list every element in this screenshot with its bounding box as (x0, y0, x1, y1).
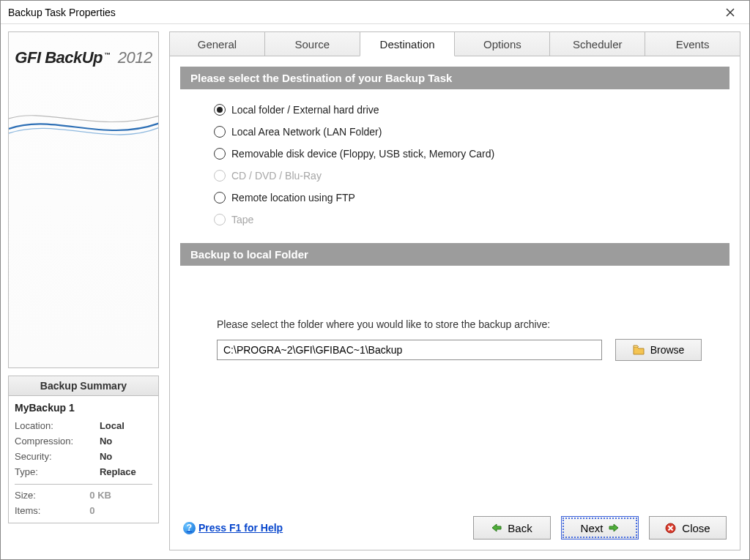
summary-table: Location:Local Compression:No Security:N… (15, 418, 152, 479)
window-title: Backup Task Properties (8, 7, 716, 18)
titlebar: Backup Task Properties (1, 1, 749, 24)
footer-bar: ? Press F1 for Help Back Next (170, 507, 740, 540)
folder-prompt: Please select the folder where you would… (217, 318, 729, 330)
browse-label: Browse (650, 344, 685, 356)
folder-path-input[interactable] (217, 340, 602, 360)
brand-year: 2012 (118, 48, 152, 67)
arrow-left-icon (491, 523, 502, 532)
summary-body: MyBackup 1 Location:Local Compression:No… (8, 396, 159, 523)
dialog-body: GFI BackUp™ 2012 Backup Summary MyBackup… (1, 24, 749, 559)
folder-row: Browse (217, 339, 702, 361)
summary-table-2: Size:0 KB Items:0 (15, 488, 152, 518)
radio-lan-folder[interactable]: Local Area Network (LAN Folder) (214, 126, 729, 138)
radio-icon (214, 126, 226, 138)
tab-source[interactable]: Source (264, 31, 360, 56)
radio-label: Removable disk device (Floppy, USB stick… (231, 148, 494, 160)
brand-name-bold: GFI (15, 48, 40, 67)
help-link[interactable]: ? Press F1 for Help (183, 522, 283, 534)
radio-tape: Tape (214, 214, 729, 225)
left-column: GFI BackUp™ 2012 Backup Summary MyBackup… (8, 31, 159, 550)
destination-radio-group: Local folder / External hard drive Local… (170, 89, 740, 243)
radio-label: Tape (231, 214, 253, 225)
summary-row: Compression:No (15, 433, 152, 449)
radio-icon (214, 104, 226, 116)
radio-cd-dvd: CD / DVD / Blu-Ray (214, 170, 729, 182)
radio-icon (214, 148, 226, 160)
tab-general[interactable]: General (169, 31, 265, 56)
close-label: Close (682, 522, 710, 534)
radio-label: CD / DVD / Blu-Ray (231, 170, 322, 182)
tab-panel-destination: Please select the Destination of your Ba… (169, 56, 740, 550)
cancel-icon (665, 523, 676, 534)
tab-destination[interactable]: Destination (360, 31, 456, 56)
arrow-right-icon (609, 523, 619, 532)
summary-header: Backup Summary (8, 376, 159, 396)
radio-icon (214, 214, 226, 225)
summary-task-name: MyBackup 1 (15, 402, 152, 414)
summary-row: Size:0 KB (15, 488, 152, 503)
wave-decoration (9, 105, 159, 149)
dialog-window: Backup Task Properties GFI BackUp™ 2012 … (0, 0, 750, 560)
brand-logo: GFI BackUp™ 2012 (9, 48, 158, 67)
radio-label: Remote location using FTP (231, 192, 355, 204)
section-destination-header: Please select the Destination of your Ba… (180, 67, 729, 89)
window-close-button[interactable] (716, 2, 745, 23)
summary-divider (15, 484, 152, 485)
radio-label: Local Area Network (LAN Folder) (231, 126, 382, 138)
tab-strip: General Source Destination Options Sched… (169, 31, 740, 56)
folder-icon (633, 345, 645, 355)
radio-icon (214, 170, 226, 182)
next-button[interactable]: Next (561, 516, 639, 540)
back-label: Back (508, 522, 532, 534)
summary-row: Security:No (15, 449, 152, 464)
tab-events[interactable]: Events (645, 31, 740, 56)
radio-local-folder[interactable]: Local folder / External hard drive (214, 104, 729, 116)
radio-removable-device[interactable]: Removable disk device (Floppy, USB stick… (214, 148, 729, 160)
brand-name-rest: BackUp (45, 48, 103, 67)
tab-options[interactable]: Options (454, 31, 550, 56)
summary-row: Items:0 (15, 503, 152, 518)
trademark-icon: ™ (103, 51, 111, 59)
next-label: Next (581, 522, 604, 534)
help-icon: ? (183, 522, 196, 534)
browse-button[interactable]: Browse (615, 339, 702, 361)
right-column: General Source Destination Options Sched… (169, 31, 740, 550)
back-button[interactable]: Back (473, 516, 551, 540)
help-label: Press F1 for Help (198, 522, 283, 534)
radio-icon (214, 192, 226, 204)
tab-scheduler[interactable]: Scheduler (549, 31, 645, 56)
summary-row: Type:Replace (15, 464, 152, 479)
summary-row: Location:Local (15, 418, 152, 433)
close-button[interactable]: Close (649, 516, 727, 540)
brand-panel: GFI BackUp™ 2012 (8, 31, 159, 368)
section-local-folder-header: Backup to local Folder (180, 243, 729, 266)
local-folder-area: Please select the folder where you would… (170, 266, 740, 361)
radio-label: Local folder / External hard drive (231, 104, 379, 116)
close-icon (726, 8, 735, 17)
radio-ftp[interactable]: Remote location using FTP (214, 192, 729, 204)
